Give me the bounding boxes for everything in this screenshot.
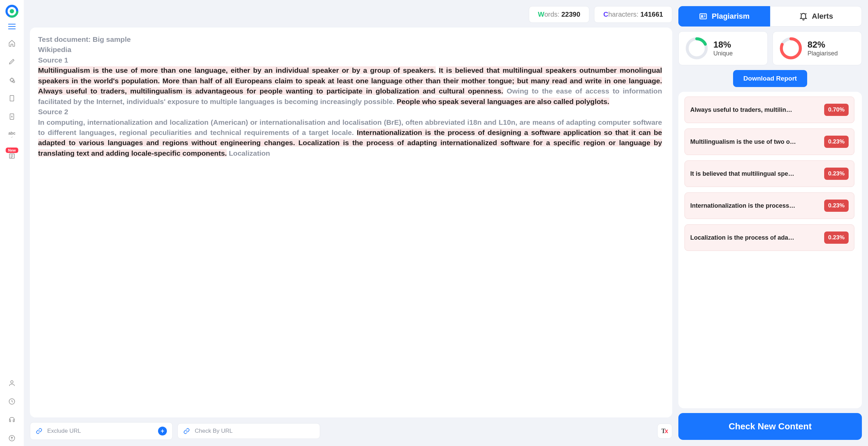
edit-icon[interactable] [4,54,20,69]
match-text: Internationalization is the process… [690,202,820,209]
check-url-input[interactable]: Check By URL [177,423,320,439]
match-item[interactable]: Localization is the process of ada…0.23% [684,224,854,251]
match-pct: 0.23% [824,200,849,212]
svg-point-7 [11,381,13,383]
svg-point-2 [10,9,14,14]
upload-icon[interactable] [4,430,20,446]
match-item[interactable]: Internationalization is the process…0.23… [684,192,854,219]
new-badge: New [6,148,18,153]
plag-ring-icon [779,36,803,60]
history-icon[interactable] [4,394,20,409]
editor-card: Test document: Big sample Wikipedia Sour… [30,28,672,417]
sidebar: abc New [0,0,24,446]
add-exclude-button[interactable]: + [158,427,167,435]
match-text: Always useful to traders, multilin… [690,106,820,114]
plagiarised-gauge: 82%Plagiarised [772,31,862,65]
app-root: abc New Words: 22390 Characters: 141661 … [0,0,868,446]
left-column: Words: 22390 Characters: 141661 Test doc… [30,6,672,440]
match-text: Multilingualism is the use of two o… [690,138,820,145]
svg-rect-4 [10,96,14,101]
tab-alerts[interactable]: Alerts [770,6,862,27]
stats-row: Words: 22390 Characters: 141661 [30,6,672,23]
extension-icon[interactable] [4,72,20,88]
paragraph: Multilingualism is the use of more than … [38,65,662,107]
unique-pct: 18% [713,39,733,50]
match-text: Localization is the process of ada… [690,234,820,241]
matches-card: Always useful to traders, multilin…0.70%… [678,92,862,408]
spellcheck-icon[interactable]: abc [4,127,20,143]
paragraph: In computing, internationalization and l… [38,117,662,159]
bottom-controls: Exclude URL + Check By URL Tx [30,422,672,440]
editor-content[interactable]: Test document: Big sample Wikipedia Sour… [38,34,670,411]
home-icon[interactable] [4,35,20,51]
news-icon[interactable]: New [4,148,20,164]
match-text: It is believed that multilingual spe… [690,170,820,177]
gauges-row: 18%Unique 82%Plagiarised [678,31,862,65]
main-area: Words: 22390 Characters: 141661 Test doc… [24,0,868,446]
word-count: Words: 22390 [529,6,590,23]
source-label: Source 1 [38,55,662,65]
id-card-icon [699,12,708,21]
unique-label: Unique [713,50,733,57]
tab-plagiarism[interactable]: Plagiarism [678,6,770,27]
user-icon[interactable] [4,375,20,391]
match-item[interactable]: Always useful to traders, multilin…0.70% [684,97,854,123]
menu-toggle-icon[interactable] [8,24,16,29]
match-pct: 0.23% [824,136,849,148]
char-count: Characters: 141661 [594,6,672,23]
logo [5,4,19,18]
matches-list[interactable]: Always useful to traders, multilin…0.70%… [684,97,859,404]
link-icon [36,428,42,434]
match-pct: 0.23% [824,168,849,180]
bell-icon [799,12,808,21]
match-item[interactable]: It is believed that multilingual spe…0.2… [684,160,854,187]
match-pct: 0.70% [824,104,849,116]
unique-ring-icon [685,36,709,60]
download-doc-icon[interactable] [4,109,20,124]
svg-rect-10 [700,14,707,19]
input-placeholder: Check By URL [195,428,232,434]
svg-point-3 [13,81,15,83]
input-placeholder: Exclude URL [47,428,81,434]
source-label: Source 2 [38,107,662,117]
download-report-button[interactable]: Download Report [733,70,807,87]
tabs: Plagiarism Alerts [678,6,862,27]
link-icon [183,428,190,434]
match-pct: 0.23% [824,231,849,244]
support-icon[interactable] [4,412,20,428]
exclude-url-input[interactable]: Exclude URL + [30,422,173,440]
svg-point-11 [701,15,703,17]
doc-title: Test document: Big sample [38,34,662,45]
right-column: Plagiarism Alerts 18%Unique [678,6,862,440]
plag-pct: 82% [808,39,838,50]
document-icon[interactable] [4,90,20,106]
match-item[interactable]: Multilingualism is the use of two o…0.23… [684,128,854,155]
clear-formatting-button[interactable]: Tx [657,424,672,439]
unique-gauge: 18%Unique [678,31,768,65]
check-new-button[interactable]: Check New Content [678,413,862,440]
doc-subtitle: Wikipedia [38,45,662,55]
plag-label: Plagiarised [808,50,838,57]
